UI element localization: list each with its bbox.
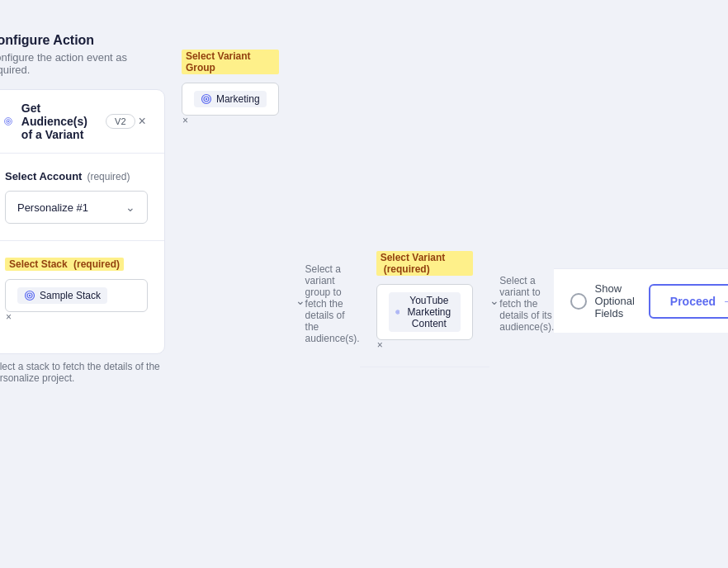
stack-tag-label: Sample Stack <box>40 290 101 301</box>
card-body: Select Account (required) Personalize #1… <box>0 154 164 338</box>
card-title: Get Audience(s) of a Variant <box>21 102 97 141</box>
variant-group-tag-icon <box>201 93 212 105</box>
page-title: Configure Action <box>0 33 165 48</box>
optional-fields-toggle-wrapper: Show Optional Fields <box>570 282 648 320</box>
main-content: Configure Action Configure the action ev… <box>0 33 165 384</box>
stack-select[interactable]: Sample Stack <box>5 279 148 312</box>
stack-tags: Sample Stack <box>17 287 135 304</box>
proceed-label: Proceed <box>670 295 716 308</box>
card-footer: Show Optional Fields Proceed → <box>554 268 728 333</box>
variant-select[interactable]: YouTube Marketing Content <box>376 284 474 340</box>
proceed-arrow-icon: → <box>722 294 728 309</box>
variant-label: Select Variant (required) <box>376 251 474 276</box>
variant-group-section: Select Variant Group <box>165 33 295 142</box>
variant-tags: YouTube Marketing Content <box>389 292 461 332</box>
page-subtitle: Configure the action event as required. <box>0 51 165 76</box>
svg-point-5 <box>29 295 31 296</box>
action-type-icon <box>3 111 13 131</box>
version-badge: V2 <box>106 114 135 129</box>
variant-hint: Select a variant to fetch the details of… <box>499 275 554 333</box>
close-button[interactable]: × <box>135 111 149 132</box>
variant-group-select-inner: Marketing <box>194 91 267 107</box>
variant-tag-label: YouTube Marketing Content <box>404 295 454 329</box>
stack-tag-remove[interactable]: × <box>5 312 12 322</box>
account-label: Select Account (required) <box>5 170 148 182</box>
optional-fields-toggle[interactable] <box>570 293 586 310</box>
variant-select-inner: YouTube Marketing Content <box>389 292 461 332</box>
configure-action-card: Get Audience(s) of a Variant V2 × Select… <box>0 89 165 354</box>
toggle-knob <box>572 295 585 308</box>
variant-group-label-highlight: Select Variant Group <box>182 50 279 74</box>
variant-tag-remove[interactable]: × <box>376 340 384 350</box>
svg-point-11 <box>397 311 398 312</box>
card-header-left: Get Audience(s) of a Variant V2 <box>3 102 135 141</box>
account-section: Select Account (required) Personalize #1… <box>0 154 164 241</box>
stack-select-inner: Sample Stack <box>17 287 135 304</box>
stack-tag-icon <box>24 290 35 301</box>
account-select[interactable]: Personalize #1 ⌄ <box>5 191 148 224</box>
stack-tag: Sample Stack <box>17 287 107 304</box>
stack-hint: Select a stack to fetch the details of t… <box>0 361 165 384</box>
svg-point-8 <box>206 98 207 100</box>
variant-group-select[interactable]: Marketing <box>182 83 279 116</box>
svg-point-2 <box>7 121 9 122</box>
stack-label-highlight: Select Stack (required) <box>5 258 124 271</box>
variant-section: Select Variant (required) <box>360 234 490 367</box>
stack-label: Select Stack (required) <box>5 258 148 271</box>
card-header: Get Audience(s) of a Variant V2 × <box>0 90 164 154</box>
stack-section: Select Stack (required) <box>0 241 164 338</box>
variant-group-label: Select Variant Group <box>182 50 279 74</box>
variant-tag-icon <box>395 306 400 318</box>
section-header: Configure Action Configure the action ev… <box>0 33 165 89</box>
variant-group-hint: Select a variant group to fetch the deta… <box>305 263 360 344</box>
variant-group-tag: Marketing <box>194 91 267 107</box>
variant-group-tags: Marketing <box>194 91 267 107</box>
account-select-value: Personalize #1 <box>17 201 88 214</box>
proceed-button[interactable]: Proceed → <box>649 284 728 319</box>
variant-tag: YouTube Marketing Content <box>389 292 461 332</box>
toggle-label: Show Optional Fields <box>595 282 649 320</box>
variant-group-tag-remove[interactable]: × <box>182 116 189 125</box>
variant-label-highlight: Select Variant (required) <box>376 251 474 276</box>
variant-group-tag-label: Marketing <box>216 93 260 105</box>
variant-group-chevron-icon: ⌄ <box>295 294 305 307</box>
account-chevron-icon: ⌄ <box>125 201 135 214</box>
variant-chevron-icon: ⌄ <box>489 294 499 307</box>
